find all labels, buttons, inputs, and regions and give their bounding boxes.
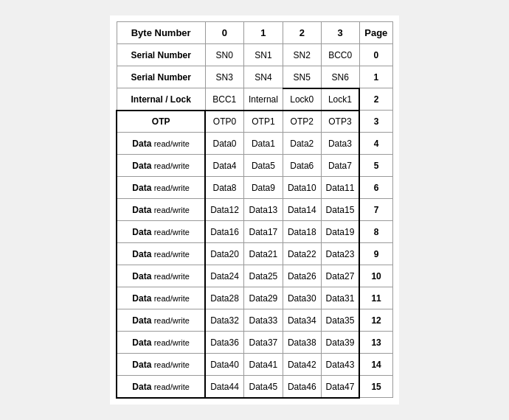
table-cell: Data15 <box>321 199 359 221</box>
table-cell: SN5 <box>283 66 321 88</box>
table-cell: Data23 <box>321 243 359 265</box>
table-row: Data read/writeData16Data17Data18Data198 <box>117 221 392 243</box>
row-label: Data read/write <box>117 177 205 199</box>
table-row: Data read/writeData32Data33Data34Data351… <box>117 309 392 332</box>
table-cell: Lock0 <box>283 88 321 111</box>
table-cell: SN6 <box>321 66 359 88</box>
header-col-2: 2 <box>283 22 321 44</box>
table-cell: Data4 <box>205 155 243 177</box>
table-cell: Data7 <box>321 155 359 177</box>
header-page: Page <box>359 22 392 44</box>
table-cell: Data47 <box>321 376 359 398</box>
table-row: Data read/writeData40Data41Data42Data431… <box>117 354 392 376</box>
page-cell: 8 <box>359 221 392 243</box>
table-cell: Lock1 <box>321 88 359 111</box>
table-row: Internal / LockBCC1InternalLock0Lock12 <box>117 88 392 111</box>
table-cell: Data45 <box>243 376 283 398</box>
page-cell: 13 <box>359 332 392 354</box>
table-cell: Data37 <box>243 332 283 354</box>
table-cell: Data20 <box>205 243 243 265</box>
table-cell: OTP3 <box>321 111 359 133</box>
header-col-0: 0 <box>205 22 243 44</box>
table-cell: Data2 <box>283 133 321 155</box>
table-row: Data read/writeData20Data21Data22Data239 <box>117 243 392 265</box>
table-cell: Data18 <box>283 221 321 243</box>
row-label: Data read/write <box>117 354 205 376</box>
header-col-3: 3 <box>321 22 359 44</box>
header-col-1: 1 <box>243 22 283 44</box>
memory-map-table: Byte Number 0 1 2 3 Page Serial NumberSN… <box>116 21 393 399</box>
table-cell: Data12 <box>205 199 243 221</box>
page-cell: 0 <box>359 44 392 66</box>
table-cell: OTP0 <box>205 111 243 133</box>
table-row: Data read/writeData24Data25Data26Data271… <box>117 265 392 287</box>
row-label: Data read/write <box>117 133 205 155</box>
page-cell: 12 <box>359 309 392 332</box>
page-cell: 4 <box>359 133 392 155</box>
table-cell: Data24 <box>205 265 243 287</box>
table-cell: Data17 <box>243 221 283 243</box>
table-cell: Data11 <box>321 177 359 199</box>
row-label: Serial Number <box>117 44 205 66</box>
row-label: Serial Number <box>117 66 205 88</box>
table-cell: Data9 <box>243 177 283 199</box>
table-row: Data read/writeData36Data37Data38Data391… <box>117 332 392 354</box>
page-cell: 11 <box>359 287 392 309</box>
row-label: Internal / Lock <box>117 88 205 111</box>
table-cell: Data44 <box>205 376 243 398</box>
page-cell: 6 <box>359 177 392 199</box>
header-row: Byte Number 0 1 2 3 Page <box>117 22 392 44</box>
page-cell: 9 <box>359 243 392 265</box>
table-cell: Data0 <box>205 133 243 155</box>
table-cell: SN4 <box>243 66 283 88</box>
row-label: Data read/write <box>117 287 205 309</box>
table-cell: Data14 <box>283 199 321 221</box>
table-cell: Data26 <box>283 265 321 287</box>
table-cell: Data38 <box>283 332 321 354</box>
table-row: Data read/writeData0Data1Data2Data34 <box>117 133 392 155</box>
table-wrapper: Byte Number 0 1 2 3 Page Serial NumberSN… <box>110 15 399 405</box>
table-cell: Data30 <box>283 287 321 309</box>
table-row: Data read/writeData44Data45Data46Data471… <box>117 376 392 398</box>
table-cell: Data22 <box>283 243 321 265</box>
table-row: Serial NumberSN3SN4SN5SN61 <box>117 66 392 88</box>
table-cell: Data28 <box>205 287 243 309</box>
table-cell: SN2 <box>283 44 321 66</box>
table-cell: BCC1 <box>205 88 243 111</box>
row-label: OTP <box>117 111 205 133</box>
page-cell: 3 <box>359 111 392 133</box>
page-cell: 10 <box>359 265 392 287</box>
table-cell: Data39 <box>321 332 359 354</box>
table-cell: Data21 <box>243 243 283 265</box>
table-cell: Data16 <box>205 221 243 243</box>
table-row: Data read/writeData8Data9Data10Data116 <box>117 177 392 199</box>
table-row: OTPOTP0OTP1OTP2OTP33 <box>117 111 392 133</box>
table-row: Serial NumberSN0SN1SN2BCC00 <box>117 44 392 66</box>
table-cell: Data36 <box>205 332 243 354</box>
table-cell: Data25 <box>243 265 283 287</box>
page-cell: 1 <box>359 66 392 88</box>
row-label: Data read/write <box>117 243 205 265</box>
page-cell: 5 <box>359 155 392 177</box>
table-cell: Data19 <box>321 221 359 243</box>
row-label: Data read/write <box>117 332 205 354</box>
table-cell: Data33 <box>243 309 283 332</box>
table-cell: Data27 <box>321 265 359 287</box>
table-cell: Data42 <box>283 354 321 376</box>
table-cell: BCC0 <box>321 44 359 66</box>
table-cell: Data40 <box>205 354 243 376</box>
table-cell: Data46 <box>283 376 321 398</box>
table-cell: Data3 <box>321 133 359 155</box>
row-label: Data read/write <box>117 221 205 243</box>
row-label: Data read/write <box>117 309 205 332</box>
row-label: Data read/write <box>117 199 205 221</box>
table-cell: SN3 <box>205 66 243 88</box>
row-label: Data read/write <box>117 265 205 287</box>
row-label: Data read/write <box>117 155 205 177</box>
table-cell: SN0 <box>205 44 243 66</box>
table-cell: Data34 <box>283 309 321 332</box>
table-cell: Data10 <box>283 177 321 199</box>
page-cell: 15 <box>359 376 392 398</box>
table-cell: Data41 <box>243 354 283 376</box>
page-cell: 2 <box>359 88 392 111</box>
